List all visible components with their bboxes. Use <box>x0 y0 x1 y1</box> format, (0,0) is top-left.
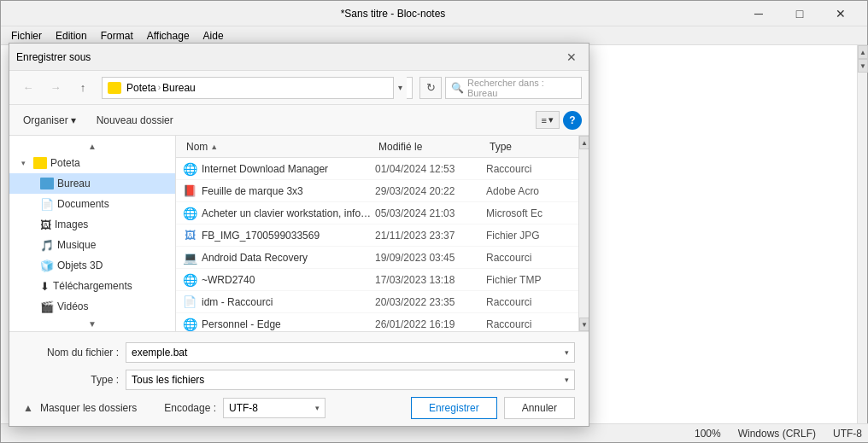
maximize-button[interactable]: □ <box>780 1 819 26</box>
col-header-name[interactable]: Nom ▲ <box>183 141 375 153</box>
sidebar-item-videos[interactable]: 🎬 Vidéos <box>9 296 175 317</box>
sidebar-item-documents[interactable]: 📄 Documents <box>9 194 175 214</box>
sidebar-item-images[interactable]: 🖼 Images <box>9 214 175 235</box>
file-icon-5: 🌐 <box>183 273 196 287</box>
filetype-value: Tous les fichiers <box>132 374 204 386</box>
file-icon-2: 🌐 <box>183 207 196 220</box>
sidebar-item-telechargements[interactable]: ⬇ Téléchargements <box>9 276 175 296</box>
expand-poteta-icon: ▾ <box>16 156 30 170</box>
menu-edition[interactable]: Edition <box>49 28 94 44</box>
encoding-label: Encodage : <box>164 402 216 414</box>
search-box[interactable]: 🔍 Rechercher dans : Bureau <box>445 77 582 99</box>
file-name-0: Internet Download Manager <box>202 163 375 175</box>
sidebar-scroll-up[interactable]: ▲ <box>9 139 175 153</box>
addr-part2: Bureau <box>162 82 196 94</box>
organize-label: Organiser <box>23 114 68 126</box>
file-name-5: ~WRD2740 <box>202 274 375 286</box>
file-date-6: 20/03/2022 23:35 <box>375 296 486 308</box>
poteta-folder-icon <box>33 157 47 169</box>
shortcut-icon: 📄 <box>183 295 196 308</box>
view-toggle-button[interactable]: ≡ ▾ <box>536 111 560 129</box>
vscroll-up-btn[interactable]: ▲ <box>579 136 589 149</box>
vscroll-down-btn[interactable]: ▼ <box>579 318 589 331</box>
menu-format[interactable]: Format <box>94 28 140 44</box>
view-dropdown-icon: ▾ <box>548 114 554 125</box>
file-icon-0: 🌐 <box>183 162 196 176</box>
dialog-close-button[interactable]: ✕ <box>561 47 582 67</box>
sidebar-item-poteta[interactable]: ▾ Poteta <box>9 153 175 173</box>
organize-button[interactable]: Organiser ▾ <box>16 112 83 129</box>
expand-telechargements-icon <box>16 279 37 293</box>
file-row-4[interactable]: 💻 Android Data Recovery 19/09/2023 03:45… <box>176 247 578 269</box>
nav-forward-button[interactable]: → <box>44 76 67 100</box>
file-type-2: Microsoft Ec <box>486 207 572 219</box>
file-type-4: Raccourci <box>486 252 572 264</box>
nav-back-button[interactable]: ← <box>16 76 40 100</box>
file-type-6: Raccourci <box>486 296 572 308</box>
scroll-up-btn[interactable]: ▲ <box>858 45 868 59</box>
minimize-button[interactable]: ─ <box>739 1 778 26</box>
sidebar-scroll-down[interactable]: ▼ <box>9 317 175 330</box>
col-header-type[interactable]: Type <box>486 141 572 153</box>
file-type-0: Raccourci <box>486 163 572 175</box>
filename-input-wrapper[interactable]: ▾ <box>126 342 575 363</box>
status-encoding: UTF-8 <box>833 428 862 440</box>
menu-aide[interactable]: Aide <box>196 28 231 44</box>
sidebar-item-bureau[interactable]: Bureau <box>9 173 175 194</box>
file-icon-1: 📕 <box>183 184 196 198</box>
cancel-button[interactable]: Annuler <box>504 397 575 419</box>
menu-fichier[interactable]: Fichier <box>4 28 49 44</box>
videos-icon: 🎬 <box>40 300 54 313</box>
col-header-date[interactable]: Modifié le <box>375 141 486 153</box>
save-button[interactable]: Enregistrer <box>411 397 497 419</box>
filelist-vscrollbar[interactable]: ▲ ▼ <box>578 136 589 331</box>
address-bar[interactable]: Poteta › Bureau ▾ <box>102 77 413 99</box>
sort-arrow-icon: ▲ <box>210 143 218 151</box>
sidebar-item-musique[interactable]: 🎵 Musique <box>9 235 175 255</box>
sidebar-label-telechargements: Téléchargements <box>53 280 132 292</box>
scroll-down-btn[interactable]: ▼ <box>858 59 868 73</box>
file-row-1[interactable]: 📕 Feuille de marque 3x3 29/03/2024 20:22… <box>176 180 578 202</box>
filetype-dropdown[interactable]: Tous les fichiers ▾ <box>126 370 575 390</box>
new-folder-button[interactable]: Nouveau dossier <box>90 112 180 129</box>
address-dropdown-btn[interactable]: ▾ <box>393 77 407 99</box>
telechargements-icon: ⬇ <box>40 280 50 293</box>
help-button[interactable]: ? <box>563 111 582 130</box>
refresh-button[interactable]: ↻ <box>419 77 442 99</box>
expand-documents-icon <box>16 197 37 211</box>
file-date-1: 29/03/2024 20:22 <box>375 185 486 197</box>
file-date-0: 01/04/2024 12:53 <box>375 163 486 175</box>
file-name-7: Personnel - Edge <box>202 318 375 330</box>
dialog-title: Enregistrer sous <box>16 51 91 63</box>
expand-objets3d-icon <box>16 259 37 272</box>
pdf-icon: 📕 <box>183 184 196 197</box>
view-icon: ≡ <box>542 115 547 125</box>
sidebar-label-musique: Musique <box>57 239 96 251</box>
menu-affichage[interactable]: Affichage <box>140 28 196 44</box>
encoding-dropdown[interactable]: UTF-8 ▾ <box>223 398 326 418</box>
nav-up-button[interactable]: ↑ <box>71 76 95 100</box>
notepad-vscroll[interactable]: ▲ ▼ <box>857 45 867 423</box>
save-dialog: Enregistrer sous ✕ ← → ↑ Poteta › Bureau… <box>9 43 589 427</box>
file-row-3[interactable]: 🖼 FB_IMG_1700599033569 21/11/2023 23:37 … <box>176 224 578 247</box>
sidebar-label-objets3d: Objets 3D <box>57 259 103 271</box>
file-row-5[interactable]: 🌐 ~WRD2740 17/03/2023 13:18 Fichier TMP <box>176 269 578 291</box>
dialog-bottom: Nom du fichier : ▾ Type : Tous les fichi… <box>9 331 589 426</box>
file-date-4: 19/09/2023 03:45 <box>375 252 486 264</box>
search-icon: 🔍 <box>451 82 464 94</box>
images-icon: 🖼 <box>40 219 51 231</box>
filename-dropdown-icon: ▾ <box>565 348 569 357</box>
file-row-7[interactable]: 🌐 Personnel - Edge 26/01/2022 16:19 Racc… <box>176 313 578 331</box>
filetype-dropdown-arrow: ▾ <box>565 376 569 384</box>
sidebar-label-images: Images <box>55 219 88 230</box>
sidebar-label-videos: Vidéos <box>57 300 88 312</box>
file-row-6[interactable]: 📄 idm - Raccourci 20/03/2022 23:35 Racco… <box>176 291 578 313</box>
file-row-0[interactable]: 🌐 Internet Download Manager 01/04/2024 1… <box>176 158 578 180</box>
filename-input[interactable] <box>132 347 565 358</box>
search-placeholder: Rechercher dans : Bureau <box>467 78 576 98</box>
close-button[interactable]: ✕ <box>821 1 860 26</box>
encoding-value: UTF-8 <box>229 402 258 414</box>
file-row-2[interactable]: 🌐 Acheter un clavier workstation, infos … <box>176 202 578 224</box>
file-icon-3: 🖼 <box>183 229 196 242</box>
sidebar-item-objets3d[interactable]: 🧊 Objets 3D <box>9 255 175 276</box>
